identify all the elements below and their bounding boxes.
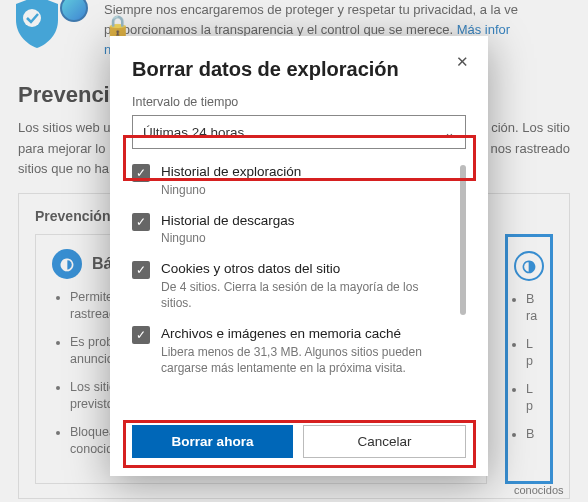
- checkbox-cookies[interactable]: ✓: [132, 261, 150, 279]
- item-subtitle: De 4 sitios. Cierra la sesión de la mayo…: [161, 279, 452, 311]
- clear-now-button[interactable]: Borrar ahora: [132, 425, 293, 458]
- item-title: Historial de exploración: [161, 163, 301, 181]
- list-item[interactable]: ✓ Historial de descargas Ninguno: [132, 212, 452, 247]
- checkbox-browsing-history[interactable]: ✓: [132, 164, 150, 182]
- item-subtitle: Libera menos de 31,3 MB. Algunos sitios …: [161, 344, 452, 376]
- list-item[interactable]: ✓ Archivos e imágenes en memoria caché L…: [132, 325, 452, 376]
- checkbox-download-history[interactable]: ✓: [132, 213, 150, 231]
- scrollbar[interactable]: [460, 165, 466, 315]
- item-title: Cookies y otros datos del sitio: [161, 260, 452, 278]
- clear-browsing-data-dialog: ✕ Borrar datos de exploración Intervalo …: [110, 36, 488, 476]
- chevron-down-icon: ⌄: [444, 125, 455, 140]
- list-item[interactable]: ✓ Historial de exploración Ninguno: [132, 163, 452, 198]
- dialog-title: Borrar datos de exploración: [132, 58, 466, 81]
- select-value: Últimas 24 horas: [143, 125, 244, 140]
- item-title: Archivos e imágenes en memoria caché: [161, 325, 452, 343]
- item-title: Historial de descargas: [161, 212, 295, 230]
- data-types-list: ✓ Historial de exploración Ninguno ✓ His…: [132, 163, 466, 381]
- time-range-select[interactable]: Últimas 24 horas ⌄: [132, 115, 466, 149]
- item-subtitle: Ninguno: [161, 230, 295, 246]
- item-subtitle: Ninguno: [161, 182, 301, 198]
- cancel-button[interactable]: Cancelar: [303, 425, 466, 458]
- checkbox-cached-images[interactable]: ✓: [132, 326, 150, 344]
- list-item[interactable]: ✓ Cookies y otros datos del sitio De 4 s…: [132, 260, 452, 311]
- time-range-label: Intervalo de tiempo: [132, 95, 466, 109]
- close-button[interactable]: ✕: [450, 50, 474, 74]
